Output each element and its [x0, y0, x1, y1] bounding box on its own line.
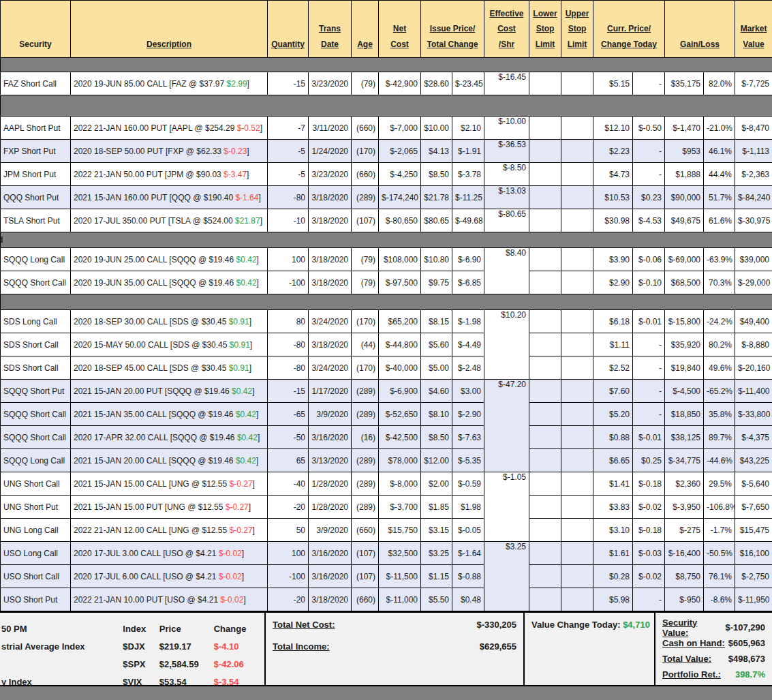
- cell-gain-loss-pct: 49.6%: [704, 356, 735, 380]
- summary-label[interactable]: Total Value:: [662, 654, 711, 664]
- totals-panel: Total Net Cost: $-330,205 Total Income: …: [266, 613, 525, 685]
- table-header: SecurityDescriptionQuantityTransDateAgeN…: [1, 1, 772, 58]
- cell-market-value: $-2,363: [735, 163, 772, 186]
- summary-label[interactable]: Portfolio Ret.:: [662, 669, 721, 680]
- cell-lower-stop: [529, 496, 561, 519]
- cell-change-today: $0.25: [633, 449, 665, 472]
- description-text: 2020 18-SEP 45.00 CALL [SDS @ $30.45: [74, 363, 229, 373]
- cell-gain-loss: $-275: [665, 519, 704, 542]
- section-separator-cell: [1, 58, 772, 72]
- cell-quantity: -15: [268, 380, 309, 403]
- description-text: 2022 21-JAN 160.00 PUT [AAPL @ $254.29: [74, 123, 237, 133]
- column-header-effective-cost-shr[interactable]: EffectiveCost/Shr: [484, 1, 529, 58]
- position-row: SQQQ Short Call2020 17-APR 32.00 CALL [S…: [1, 426, 772, 449]
- column-header-gainloss[interactable]: Gain/Loss: [665, 1, 735, 58]
- cell-issue-price: $80.65: [421, 209, 452, 232]
- cell-quantity: -5: [268, 140, 309, 163]
- cell-security: SDS Short Call: [1, 356, 71, 380]
- cell-description: 2021 15-JAN 160.00 PUT [QQQ @ $190.40 $-…: [71, 186, 268, 209]
- cell-description: 2020 17-APR 32.00 CALL [SQQQ @ $19.46 $0…: [71, 426, 268, 449]
- cell-lower-stop: [529, 209, 561, 232]
- cell-total-change: $-11.25: [452, 186, 484, 209]
- cell-description: 2020 19-JUN 35.00 CALL [SQQQ @ $19.46 $0…: [71, 271, 268, 294]
- column-header-market-value[interactable]: MarketValue: [735, 1, 772, 58]
- cell-gain-loss: $-69,000: [665, 248, 704, 271]
- summary-rows: Security Value:$-107,290Cash on Hand:$60…: [662, 620, 765, 682]
- cell-trans-date: 1/28/2020: [309, 472, 352, 496]
- description-bracket: ]: [250, 340, 252, 350]
- section-separator-cell: [1, 294, 772, 310]
- column-header-quantity[interactable]: Quantity: [268, 1, 309, 58]
- cell-total-change: $-2.90: [452, 403, 484, 426]
- description-text: 2020 19-JUN 35.00 CALL [SQQQ @ $19.46: [74, 278, 236, 288]
- cell-description: 2021 15-JAN 20.00 CALL [SQQQ @ $19.46 $0…: [71, 449, 268, 472]
- summary-label[interactable]: Cash on Hand:: [662, 638, 725, 648]
- cell-gain-loss: $953: [665, 140, 704, 163]
- cell-total-change: $-3.78: [452, 163, 484, 186]
- cell-upper-stop: [561, 72, 593, 95]
- description-text: 2020 15-MAY 50.00 CALL [SDS @ $30.45: [74, 340, 230, 350]
- cell-quantity: -15: [268, 72, 309, 95]
- cell-issue-price: $4.13: [421, 140, 452, 163]
- cell-age: (107): [352, 209, 379, 232]
- description-text: 2020 17-JUL 3.00 CALL [USO @ $4.21: [74, 549, 219, 558]
- footer: 50 PM Index Price Change strial Average …: [0, 611, 772, 686]
- cell-age: (107): [352, 565, 379, 588]
- column-header-description[interactable]: Description: [71, 1, 268, 58]
- position-row: AAPL Short Put2022 21-JAN 160.00 PUT [AA…: [1, 117, 772, 140]
- cell-issue-price: $2.00: [421, 472, 452, 496]
- cell-curr-price: $1.41: [593, 472, 633, 496]
- cell-effective-cost: $-80.65: [484, 209, 529, 232]
- cell-age: (16): [352, 426, 379, 449]
- cell-change-today: -: [633, 72, 665, 95]
- index-row: strial Average Index$DJX$219.17$-4.10: [1, 637, 258, 655]
- total-income-label[interactable]: Total Income:: [273, 641, 330, 652]
- cell-change-today: $-0.50: [633, 117, 665, 140]
- cell-trans-date: 3/24/2020: [309, 356, 352, 380]
- column-header-issueprice-totalchange[interactable]: Issue Price/Total Change: [421, 1, 484, 58]
- index-price: $2,584.59: [159, 659, 214, 669]
- index-col-header: Index: [123, 624, 159, 634]
- column-header-lower-stop-limit[interactable]: LowerStopLimit: [529, 1, 561, 58]
- cell-net-cost: $-7,000: [379, 117, 421, 140]
- description-text: 2020 19-JUN 25.00 CALL [SQQQ @ $19.46: [74, 255, 236, 264]
- description-text: 2021 15-JAN 20.00 CALL [SQQQ @ $19.46: [74, 456, 236, 466]
- cell-lower-stop: [529, 542, 561, 565]
- cell-gain-loss: $-34,775: [665, 449, 704, 472]
- cell-curr-price: $2.90: [593, 271, 633, 294]
- cell-age: (660): [352, 163, 379, 186]
- column-header-net-cost[interactable]: NetCost: [379, 1, 421, 58]
- cell-age: (170): [352, 140, 379, 163]
- total-net-cost-label[interactable]: Total Net Cost:: [273, 620, 335, 630]
- cell-upper-stop: [561, 310, 593, 333]
- underlying-change: $0.42: [232, 386, 252, 396]
- cell-gain-loss-pct: -8.6%: [704, 588, 735, 611]
- cell-upper-stop: [561, 186, 593, 209]
- column-header-upper-stop-limit[interactable]: UpperStopLimit: [561, 1, 593, 58]
- cell-net-cost: $-11,500: [379, 565, 421, 588]
- cell-security: USO Short Put: [1, 588, 71, 611]
- cell-age: (289): [352, 186, 379, 209]
- column-header-age[interactable]: Age: [352, 1, 379, 58]
- cell-net-cost: $78,000: [379, 449, 421, 472]
- column-header-currprice-changetoday[interactable]: Curr. Price/Change Today: [593, 1, 665, 58]
- cell-total-change: $-23.45: [452, 72, 484, 95]
- cell-age: (79): [352, 248, 379, 271]
- cell-gain-loss: $8,750: [665, 565, 704, 588]
- summary-label[interactable]: Security Value:: [662, 618, 725, 638]
- cell-description: 2022 21-JAN 160.00 PUT [AAPL @ $254.29 $…: [71, 117, 268, 140]
- cell-gain-loss-pct: 70.3%: [704, 271, 735, 294]
- cell-net-cost: $-97,500: [379, 271, 421, 294]
- cell-description: 2020 17-JUL 3.00 CALL [USO @ $4.21 $-0.0…: [71, 542, 268, 565]
- underlying-change: $-0.27: [230, 526, 253, 535]
- summary-value: 398.7%: [735, 669, 765, 680]
- cell-change-today: -: [633, 403, 665, 426]
- cell-upper-stop: [561, 271, 593, 294]
- index-symbol: $SPX: [123, 659, 159, 669]
- cell-net-cost: $-6,900: [379, 380, 421, 403]
- underlying-change: $-0.02: [220, 595, 243, 605]
- cell-net-cost: $15,750: [379, 519, 421, 542]
- description-text: 2020 17-JUL 350.00 PUT [TSLA @ $524.00: [74, 216, 235, 226]
- cell-change-today: $-0.18: [633, 472, 665, 496]
- column-header-trans-date[interactable]: TransDate: [309, 1, 352, 58]
